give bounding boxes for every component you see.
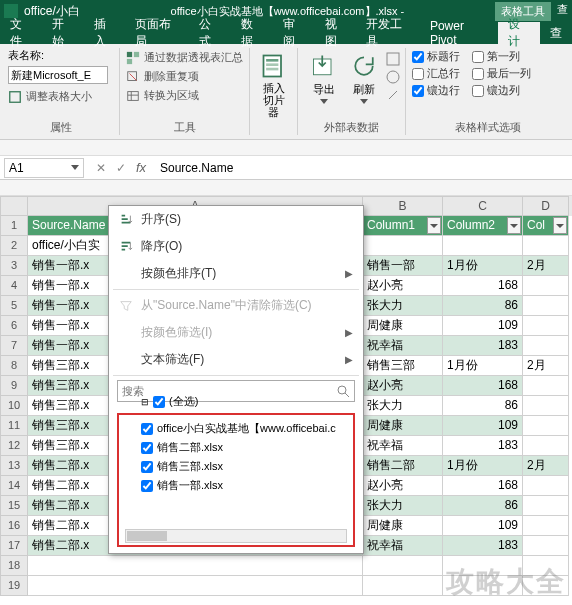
cell[interactable]: [28, 576, 363, 596]
cell[interactable]: [523, 296, 569, 316]
cancel-icon[interactable]: ✕: [92, 159, 110, 177]
select-all-corner[interactable]: [0, 196, 28, 216]
cell[interactable]: 1月份: [443, 456, 523, 476]
filter-item[interactable]: 销售三部.xlsx: [125, 457, 347, 476]
chk-band-col[interactable]: 镶边列: [472, 82, 531, 99]
menu-查[interactable]: 查: [540, 22, 572, 44]
cell[interactable]: [363, 576, 443, 596]
menu-开发工具[interactable]: 开发工具: [356, 22, 420, 44]
convert-button[interactable]: 转换为区域: [126, 86, 243, 105]
hscroll[interactable]: [125, 529, 347, 543]
row-header[interactable]: 5: [0, 296, 28, 316]
cell[interactable]: 祝幸福: [363, 436, 443, 456]
cell[interactable]: [523, 516, 569, 536]
cell[interactable]: [523, 476, 569, 496]
row-header[interactable]: 3: [0, 256, 28, 276]
cell[interactable]: 赵小亮: [363, 476, 443, 496]
col-header-c[interactable]: C: [443, 196, 523, 216]
filter-item[interactable]: office小白实战基地【www.officebai.c: [125, 419, 347, 438]
cell[interactable]: 张大力: [363, 296, 443, 316]
export-button[interactable]: 导出: [304, 48, 344, 108]
cell[interactable]: [523, 376, 569, 396]
cell[interactable]: 109: [443, 316, 523, 336]
filter-drop-icon[interactable]: [507, 217, 521, 234]
row-header[interactable]: 17: [0, 536, 28, 556]
refresh-button[interactable]: 刷新: [344, 48, 384, 108]
props-icon[interactable]: [386, 52, 400, 66]
filter-item[interactable]: 销售二部.xlsx: [125, 438, 347, 457]
row-header[interactable]: 6: [0, 316, 28, 336]
row-header[interactable]: 11: [0, 416, 28, 436]
row-header[interactable]: 2: [0, 236, 28, 256]
cell[interactable]: 86: [443, 296, 523, 316]
cell[interactable]: 祝幸福: [363, 536, 443, 556]
name-box[interactable]: A1: [4, 158, 84, 178]
cell[interactable]: [523, 416, 569, 436]
cell[interactable]: [363, 556, 443, 576]
cell[interactable]: 祝幸福: [363, 336, 443, 356]
cell[interactable]: Column2: [443, 216, 523, 236]
row-header[interactable]: 16: [0, 516, 28, 536]
resize-table-button[interactable]: 调整表格大小: [8, 87, 113, 106]
chk-last-col[interactable]: 最后一列: [472, 65, 531, 82]
cell[interactable]: [523, 496, 569, 516]
cell[interactable]: 183: [443, 336, 523, 356]
menu-插入[interactable]: 插入: [84, 22, 126, 44]
cell[interactable]: 销售一部: [363, 256, 443, 276]
sort-desc[interactable]: 降序(O): [109, 233, 363, 260]
row-header[interactable]: 10: [0, 396, 28, 416]
row-header[interactable]: 19: [0, 576, 28, 596]
cell[interactable]: 183: [443, 436, 523, 456]
slicer-button[interactable]: 插入 切片器: [256, 48, 291, 122]
cell[interactable]: [523, 396, 569, 416]
row-header[interactable]: 7: [0, 336, 28, 356]
row-header[interactable]: 8: [0, 356, 28, 376]
menu-公式[interactable]: 公式: [189, 22, 231, 44]
cell[interactable]: [523, 336, 569, 356]
chk-total[interactable]: 汇总行: [412, 65, 460, 82]
cell[interactable]: 张大力: [363, 396, 443, 416]
cell[interactable]: 109: [443, 516, 523, 536]
sort-by-color[interactable]: 按颜色排序(T)▶: [109, 260, 363, 287]
row-header[interactable]: 13: [0, 456, 28, 476]
menu-开始[interactable]: 开始: [42, 22, 84, 44]
cell[interactable]: [523, 236, 569, 256]
cell[interactable]: 109: [443, 416, 523, 436]
filter-item[interactable]: 销售一部.xlsx: [125, 476, 347, 495]
chk-header[interactable]: 标题行: [412, 48, 460, 65]
table-name-input[interactable]: [8, 66, 108, 84]
cell[interactable]: 销售二部: [363, 456, 443, 476]
row-header[interactable]: 15: [0, 496, 28, 516]
cell[interactable]: 2月: [523, 356, 569, 376]
filter-drop-icon[interactable]: [553, 217, 567, 234]
col-header-d[interactable]: D: [523, 196, 569, 216]
sort-asc[interactable]: 升序(S): [109, 206, 363, 233]
cell[interactable]: 86: [443, 396, 523, 416]
cell[interactable]: 2月: [523, 256, 569, 276]
menu-Power Pivot[interactable]: Power Pivot: [420, 22, 498, 44]
cell[interactable]: 2月: [523, 456, 569, 476]
cell[interactable]: 183: [443, 536, 523, 556]
cell[interactable]: 168: [443, 276, 523, 296]
cell[interactable]: [523, 276, 569, 296]
cell[interactable]: 1月份: [443, 356, 523, 376]
cell[interactable]: 周健康: [363, 516, 443, 536]
menu-数据[interactable]: 数据: [231, 22, 273, 44]
dedup-button[interactable]: 删除重复项: [126, 67, 243, 86]
cell[interactable]: 张大力: [363, 496, 443, 516]
cell[interactable]: [443, 236, 523, 256]
row-header[interactable]: 12: [0, 436, 28, 456]
menu-设计[interactable]: 设计: [498, 22, 540, 44]
row-header[interactable]: 1: [0, 216, 28, 236]
formula-input[interactable]: [154, 158, 572, 178]
row-header[interactable]: 4: [0, 276, 28, 296]
unlink-icon[interactable]: [386, 88, 400, 102]
cell[interactable]: [523, 436, 569, 456]
cell[interactable]: [363, 236, 443, 256]
chk-band-row[interactable]: 镶边行: [412, 82, 460, 99]
cell[interactable]: 赵小亮: [363, 376, 443, 396]
menu-页面布局[interactable]: 页面布局: [125, 22, 189, 44]
cell[interactable]: 赵小亮: [363, 276, 443, 296]
cell[interactable]: 168: [443, 376, 523, 396]
col-header-b[interactable]: B: [363, 196, 443, 216]
